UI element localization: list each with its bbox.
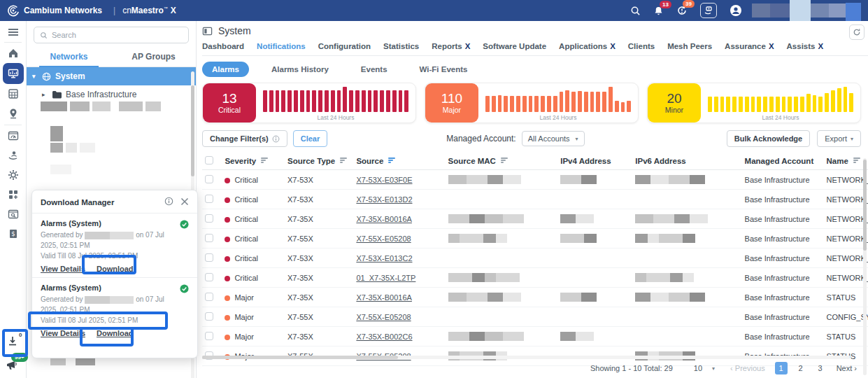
row-checkbox[interactable] [205,293,213,301]
export-button[interactable]: Export▾ [817,130,861,147]
column-header-name[interactable]: Name [824,153,868,170]
next-page-button[interactable]: Next › [837,364,857,372]
download-link[interactable]: Download [97,329,134,337]
table-row: CriticalX7-53XX7-53X-E013D2Base Infrastr… [202,190,868,209]
row-checkbox[interactable] [205,175,213,183]
tab-networks[interactable]: Networks [27,48,111,66]
page-button-3[interactable]: 3 [814,362,827,374]
table-row: CriticalX7-35XX7-35X-B0016ABase Infrastr… [202,209,868,229]
tab-assurance[interactable]: AssuranceX [725,42,774,50]
source-link[interactable]: X7-53X-E013D2 [356,195,412,204]
info-icon[interactable] [164,197,173,207]
page-button-1[interactable]: 1 [775,362,788,374]
column-header-managed-account[interactable]: Managed Account [742,153,824,170]
notifications-bell-icon[interactable]: 13 [653,6,664,16]
download-link[interactable]: Download [97,265,134,273]
source-link[interactable]: X7-53X-E03F0E [356,176,412,184]
billing-icon[interactable]: $ [8,228,19,239]
source-link[interactable]: X7-53X-E013C2 [356,254,412,262]
tab-clients[interactable]: Clients [628,42,655,50]
vertical-scrollbar[interactable] [863,158,867,375]
filter-icon[interactable] [853,158,860,163]
row-checkbox[interactable] [205,312,213,321]
column-header-source-mac[interactable]: Source MAC [446,153,558,170]
managed-services-icon[interactable] [8,150,19,161]
view-details-link[interactable]: View Details [41,329,85,337]
applications-grid-icon[interactable] [8,189,19,200]
minor-alarms-card[interactable]: 20 Minor Last 24 Hours [647,83,861,123]
download-manager-icon[interactable] [6,335,17,346]
page-size-select[interactable]: 10▾ [688,361,720,375]
tab-reports[interactable]: ReportsX [432,42,470,50]
hamburger-menu-icon[interactable] [8,27,19,38]
tab-assists[interactable]: AssistsX [787,42,824,50]
tab-dashboard[interactable]: Dashboard [202,42,244,50]
select-all-checkbox[interactable] [205,156,213,164]
row-checkbox[interactable] [205,234,213,242]
source-link[interactable]: 01_X7-35X-L2TP [356,274,415,282]
view-details-link[interactable]: View Details [41,265,85,273]
home-icon[interactable] [8,48,19,59]
subtab-alarms-history[interactable]: Alarms History [262,62,339,77]
column-header-ipv4-address[interactable]: IPv4 Address [557,153,632,170]
tab-notifications[interactable]: Notifications [257,42,306,50]
row-checkbox[interactable] [205,253,213,262]
tree-node-system[interactable]: ▾ System [27,67,196,85]
filter-icon[interactable] [261,158,268,163]
tree-search-input[interactable]: Search [34,27,189,43]
subtab-wi-fi-events[interactable]: Wi-Fi Events [410,62,478,77]
tab-configuration[interactable]: Configuration [318,42,371,50]
source-link[interactable]: X7-55X-E05208 [356,234,411,243]
row-checkbox[interactable] [205,195,213,203]
filter-icon[interactable] [340,158,347,163]
filter-icon[interactable] [501,158,508,163]
column-header-severity[interactable]: Severity [222,153,285,170]
tab-applications[interactable]: ApplicationsX [559,42,616,50]
column-header-ipv6-address[interactable]: IPv6 Address [632,153,741,170]
monitor-manage-icon[interactable] [3,63,24,84]
global-search-icon[interactable] [630,6,641,16]
site-location-icon[interactable] [8,108,19,119]
refresh-button[interactable] [849,24,865,40]
tab-software-update[interactable]: Software Update [483,42,546,50]
source-type-cell: X7-55X [285,229,353,248]
row-checkbox[interactable] [205,332,213,340]
settings-gear-icon[interactable] [8,169,19,181]
tab-statistics[interactable]: Statistics [383,42,419,50]
rail-divider [4,42,22,43]
previous-page-button[interactable]: ‹ Previous [730,364,765,372]
subtab-events[interactable]: Events [351,62,397,77]
tab-ap-groups[interactable]: AP Groups [111,48,196,66]
page-button-2[interactable]: 2 [795,362,807,374]
support-icon[interactable] [700,3,717,18]
user-avatar-icon[interactable] [730,4,742,17]
managed-account-select[interactable]: All Accounts▾ [522,131,585,146]
filter-icon[interactable] [388,158,395,163]
alarm-name-cell: STATUS [824,288,868,307]
source-link[interactable]: X7-35X-B0016A [356,215,412,223]
redacted-block [560,332,594,341]
column-header-source-type[interactable]: Source Type [285,153,353,170]
critical-alarms-card[interactable]: 13 Critical Last 24 Hours [202,83,416,123]
dashboard-gauge-icon[interactable] [8,130,19,141]
horizontal-scrollbar[interactable] [202,356,850,359]
redacted-block [635,175,705,184]
source-link[interactable]: X7-55X-E05208 [356,313,411,321]
sync-status-icon[interactable]: 39 [676,5,688,16]
source-link[interactable]: X7-35X-B0016A [356,293,412,302]
alarm-name-cell: NETWORK_TUNNEL_STATUS [824,190,868,209]
row-checkbox[interactable] [205,214,213,223]
inventory-icon[interactable] [8,88,19,99]
major-alarms-card[interactable]: 110 Major Last 24 Hours [425,83,639,123]
change-filters-button[interactable]: Change Filter(s) [202,130,287,147]
row-checkbox[interactable] [205,273,213,281]
audit-window-icon[interactable] [8,209,19,220]
source-link[interactable]: X7-35X-B002C6 [356,332,412,341]
clear-filters-button[interactable]: Clear [293,130,328,147]
bulk-acknowledge-button[interactable]: Bulk Acknowledge [727,130,810,147]
column-header-source[interactable]: Source [353,153,445,170]
close-icon[interactable] [180,197,189,207]
subtab-alarms[interactable]: Alarms [202,62,249,77]
tab-mesh-peers[interactable]: Mesh Peers [667,42,712,50]
collapse-panel-icon[interactable] [202,26,213,36]
